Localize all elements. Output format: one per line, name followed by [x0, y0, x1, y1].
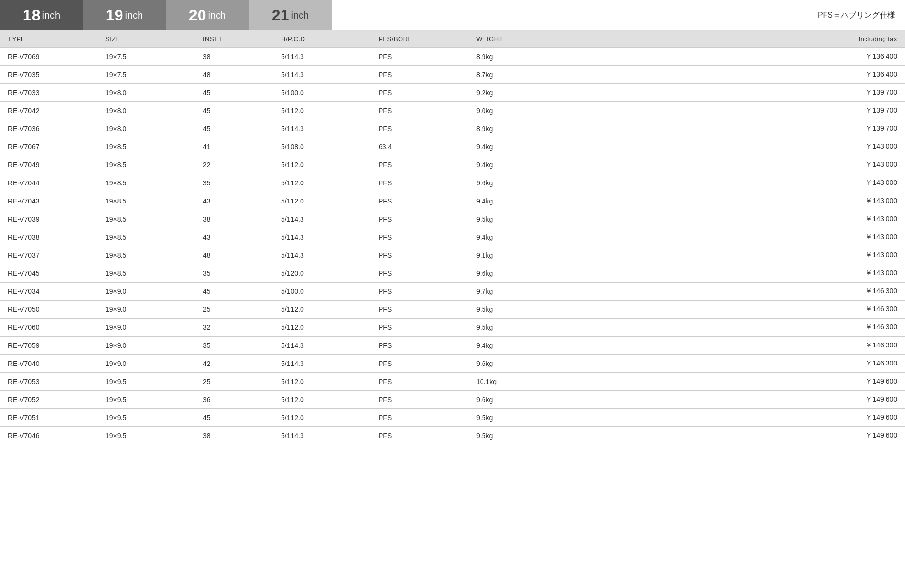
cell-type: RE-V7038: [0, 228, 98, 246]
page-wrapper: 18 inch 19 inch 20 inch 21 inch PFS＝ハブリン…: [0, 0, 905, 588]
cell-price: ￥139,700: [556, 120, 905, 138]
cell-price: ￥149,600: [556, 391, 905, 409]
cell-price: ￥149,600: [556, 409, 905, 427]
cell-size: 19×9.0: [98, 301, 195, 319]
cell-size: 19×9.5: [98, 391, 195, 409]
cell-weight: 9.4kg: [468, 138, 556, 156]
cell-size: 19×8.5: [98, 246, 195, 264]
cell-inset: 45: [195, 120, 273, 138]
cell-size: 19×9.5: [98, 409, 195, 427]
cell-inset: 25: [195, 373, 273, 391]
cell-pfsbore: PFS: [371, 102, 468, 120]
table-row: RE-V7043 19×8.5 43 5/112.0 PFS 9.4kg ￥14…: [0, 192, 905, 210]
cell-type: RE-V7035: [0, 66, 98, 84]
cell-weight: 9.4kg: [468, 156, 556, 174]
tab-20-inch[interactable]: 20 inch: [166, 0, 249, 30]
table-row: RE-V7069 19×7.5 38 5/114.3 PFS 8.9kg ￥13…: [0, 48, 905, 66]
cell-weight: 9.5kg: [468, 427, 556, 445]
tabs-container: 18 inch 19 inch 20 inch 21 inch: [0, 0, 332, 30]
cell-hpcd: 5/114.3: [273, 427, 371, 445]
cell-hpcd: 5/114.3: [273, 228, 371, 246]
cell-hpcd: 5/112.0: [273, 409, 371, 427]
cell-inset: 43: [195, 192, 273, 210]
cell-pfsbore: PFS: [371, 246, 468, 264]
tab-21-inch[interactable]: 21 inch: [249, 0, 332, 30]
cell-weight: 9.5kg: [468, 409, 556, 427]
cell-type: RE-V7053: [0, 373, 98, 391]
tab-18-inch[interactable]: 18 inch: [0, 0, 83, 30]
cell-type: RE-V7039: [0, 210, 98, 228]
cell-weight: 9.4kg: [468, 228, 556, 246]
cell-pfsbore: PFS: [371, 283, 468, 301]
cell-price: ￥143,000: [556, 210, 905, 228]
cell-hpcd: 5/114.3: [273, 246, 371, 264]
cell-hpcd: 5/114.3: [273, 66, 371, 84]
cell-price: ￥149,600: [556, 373, 905, 391]
cell-inset: 45: [195, 409, 273, 427]
tab-19-text: inch: [125, 10, 143, 21]
cell-weight: 9.6kg: [468, 264, 556, 283]
cell-size: 19×9.0: [98, 337, 195, 355]
cell-size: 19×8.5: [98, 228, 195, 246]
cell-price: ￥146,300: [556, 337, 905, 355]
cell-hpcd: 5/114.3: [273, 355, 371, 373]
cell-inset: 22: [195, 156, 273, 174]
cell-size: 19×9.5: [98, 427, 195, 445]
cell-price: ￥139,700: [556, 84, 905, 102]
table-row: RE-V7052 19×9.5 36 5/112.0 PFS 9.6kg ￥14…: [0, 391, 905, 409]
cell-type: RE-V7067: [0, 138, 98, 156]
cell-inset: 38: [195, 427, 273, 445]
cell-hpcd: 5/112.0: [273, 301, 371, 319]
table-row: RE-V7039 19×8.5 38 5/114.3 PFS 9.5kg ￥14…: [0, 210, 905, 228]
cell-hpcd: 5/120.0: [273, 264, 371, 283]
cell-price: ￥139,700: [556, 102, 905, 120]
cell-weight: 9.5kg: [468, 210, 556, 228]
cell-inset: 43: [195, 228, 273, 246]
cell-inset: 42: [195, 355, 273, 373]
cell-hpcd: 5/108.0: [273, 138, 371, 156]
cell-price: ￥143,000: [556, 138, 905, 156]
top-section: 18 inch 19 inch 20 inch 21 inch PFS＝ハブリン…: [0, 0, 905, 30]
cell-weight: 9.6kg: [468, 391, 556, 409]
col-header-pfsbore: PFS/BORE: [371, 30, 468, 48]
cell-price: ￥136,400: [556, 48, 905, 66]
tab-19-inch[interactable]: 19 inch: [83, 0, 166, 30]
cell-weight: 9.7kg: [468, 283, 556, 301]
cell-size: 19×8.5: [98, 192, 195, 210]
cell-inset: 45: [195, 283, 273, 301]
cell-type: RE-V7045: [0, 264, 98, 283]
spec-table: TYPE SIZE INSET H/P.C.D PFS/BORE WEIGHT …: [0, 30, 905, 445]
table-row: RE-V7037 19×8.5 48 5/114.3 PFS 9.1kg ￥14…: [0, 246, 905, 264]
cell-pfsbore: PFS: [371, 337, 468, 355]
tab-21-text: inch: [291, 10, 309, 21]
cell-inset: 38: [195, 48, 273, 66]
cell-pfsbore: PFS: [371, 301, 468, 319]
cell-size: 19×8.5: [98, 138, 195, 156]
cell-type: RE-V7049: [0, 156, 98, 174]
cell-inset: 38: [195, 210, 273, 228]
tab-20-number: 20: [189, 6, 206, 24]
cell-type: RE-V7044: [0, 174, 98, 192]
cell-price: ￥143,000: [556, 246, 905, 264]
cell-weight: 9.1kg: [468, 246, 556, 264]
col-header-weight: WEIGHT: [468, 30, 556, 48]
cell-inset: 35: [195, 174, 273, 192]
cell-inset: 32: [195, 319, 273, 337]
cell-pfsbore: PFS: [371, 66, 468, 84]
cell-weight: 10.1kg: [468, 373, 556, 391]
table-row: RE-V7036 19×8.0 45 5/114.3 PFS 8.9kg ￥13…: [0, 120, 905, 138]
cell-inset: 35: [195, 264, 273, 283]
cell-pfsbore: 63.4: [371, 138, 468, 156]
tab-19-number: 19: [106, 6, 123, 24]
cell-type: RE-V7036: [0, 120, 98, 138]
col-header-type: TYPE: [0, 30, 98, 48]
table-row: RE-V7034 19×9.0 45 5/100.0 PFS 9.7kg ￥14…: [0, 283, 905, 301]
cell-pfsbore: PFS: [371, 84, 468, 102]
cell-type: RE-V7059: [0, 337, 98, 355]
table-row: RE-V7035 19×7.5 48 5/114.3 PFS 8.7kg ￥13…: [0, 66, 905, 84]
cell-size: 19×9.0: [98, 355, 195, 373]
cell-inset: 35: [195, 337, 273, 355]
cell-weight: 9.4kg: [468, 337, 556, 355]
cell-hpcd: 5/112.0: [273, 319, 371, 337]
cell-type: RE-V7043: [0, 192, 98, 210]
